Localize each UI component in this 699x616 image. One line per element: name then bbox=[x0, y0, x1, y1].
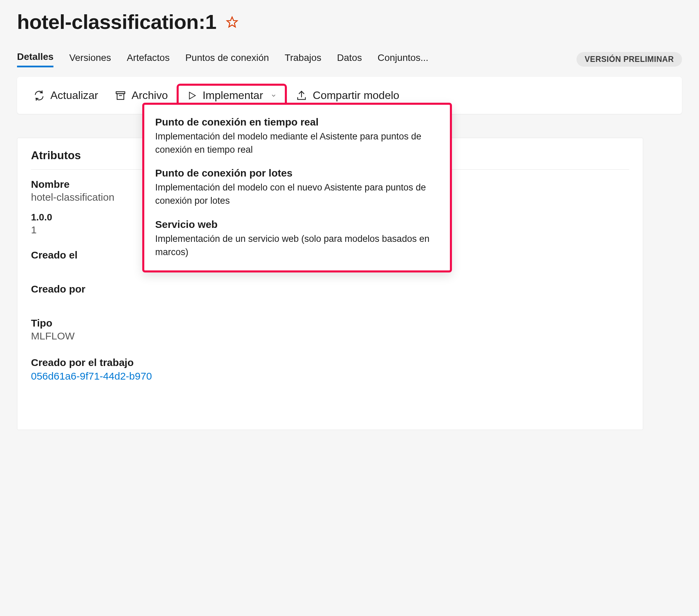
upload-icon bbox=[296, 90, 307, 102]
attr-type-label: Tipo bbox=[31, 317, 629, 329]
menu-item-title: Servicio web bbox=[155, 219, 439, 230]
tabs-nav: Detalles Versiones Artefactos Puntos de … bbox=[17, 51, 682, 67]
deploy-label: Implementar bbox=[202, 89, 263, 102]
tab-details[interactable]: Detalles bbox=[17, 51, 53, 67]
attr-created-by-job-label: Creado por el trabajo bbox=[31, 357, 629, 369]
page-title: hotel-classification:1 bbox=[17, 10, 216, 34]
chevron-down-icon bbox=[271, 93, 277, 99]
tab-datasets[interactable]: Conjuntos... bbox=[378, 52, 428, 67]
refresh-icon bbox=[34, 90, 45, 102]
attr-type-value: MLFLOW bbox=[31, 330, 629, 342]
refresh-label: Actualizar bbox=[50, 89, 98, 102]
menu-item-desc: Implementación del modelo mediante el As… bbox=[155, 130, 439, 157]
archive-button[interactable]: Archivo bbox=[107, 86, 175, 104]
menu-item-web-service[interactable]: Servicio web Implementación de un servic… bbox=[155, 215, 439, 261]
menu-item-title: Punto de conexión por lotes bbox=[155, 168, 439, 179]
menu-item-realtime-endpoint[interactable]: Punto de conexión en tiempo real Impleme… bbox=[155, 112, 439, 163]
play-icon bbox=[187, 91, 197, 101]
tab-jobs[interactable]: Trabajos bbox=[285, 52, 321, 67]
archive-icon bbox=[115, 90, 126, 102]
tab-versions[interactable]: Versiones bbox=[69, 52, 111, 67]
tab-artifacts[interactable]: Artefactos bbox=[127, 52, 170, 67]
share-label: Compartir modelo bbox=[313, 89, 399, 102]
attr-created-by-label: Creado por bbox=[31, 283, 629, 295]
created-by-job-link[interactable]: 056d61a6-9f71-44d2-b970 bbox=[31, 371, 152, 382]
svg-marker-0 bbox=[227, 17, 237, 27]
deploy-button[interactable]: Implementar bbox=[183, 88, 280, 103]
archive-label: Archivo bbox=[132, 89, 168, 102]
toolbar: Actualizar Archivo Implementar bbox=[17, 77, 682, 114]
tab-data[interactable]: Datos bbox=[337, 52, 362, 67]
preview-badge: VERSIÓN PRELIMINAR bbox=[577, 52, 682, 67]
title-row: hotel-classification:1 bbox=[17, 10, 682, 34]
share-model-button[interactable]: Compartir modelo bbox=[288, 86, 407, 104]
svg-rect-2 bbox=[117, 94, 124, 99]
menu-item-desc: Implementación del modelo con el nuevo A… bbox=[155, 181, 439, 207]
deploy-dropdown: Punto de conexión en tiempo real Impleme… bbox=[142, 103, 452, 272]
menu-item-desc: Implementación de un servicio web (solo … bbox=[155, 232, 439, 259]
refresh-button[interactable]: Actualizar bbox=[26, 86, 106, 104]
svg-marker-4 bbox=[189, 92, 196, 99]
menu-item-batch-endpoint[interactable]: Punto de conexión por lotes Implementaci… bbox=[155, 163, 439, 214]
menu-item-title: Punto de conexión en tiempo real bbox=[155, 116, 439, 128]
favorite-star-icon[interactable] bbox=[226, 16, 238, 28]
tab-endpoints[interactable]: Puntos de conexión bbox=[185, 52, 269, 67]
